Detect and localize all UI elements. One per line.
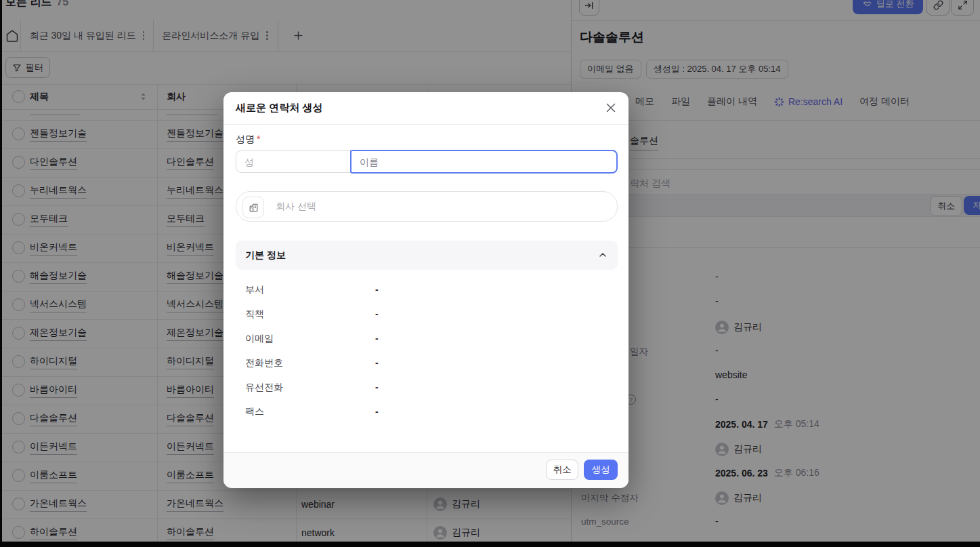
modal-field-row: 유선전화 - [223, 380, 629, 395]
company-select[interactable]: 회사 선택 [236, 191, 618, 222]
field-value: - [375, 308, 379, 319]
field-label: 유선전화 [245, 382, 283, 394]
modal-title: 새로운 연락처 생성 [236, 102, 322, 115]
field-label: 전화번호 [245, 357, 283, 369]
cancel-button[interactable]: 취소 [546, 460, 578, 480]
modal-header: 새로운 연락처 생성 [223, 92, 629, 125]
create-button[interactable]: 생성 [584, 460, 618, 480]
first-name-input[interactable] [350, 150, 618, 174]
field-value: - [375, 284, 379, 295]
modal-field-row: 부서 - [223, 283, 629, 298]
field-label: 이메일 [245, 333, 274, 345]
company-select-placeholder: 회사 선택 [276, 201, 316, 213]
company-building-icon[interactable] [242, 197, 264, 218]
field-value: - [375, 357, 379, 368]
app-window: 모든 리드75 최근 30일 내 유입된 리드 온라인서비스소개 유입 필터 제… [0, 0, 980, 547]
required-mark: * [257, 134, 260, 144]
modal-field-row: 이메일 - [223, 331, 629, 346]
name-field-label: 성명* [236, 134, 260, 146]
screen-edge-bottom [0, 542, 980, 547]
field-value: - [375, 333, 379, 344]
field-label: 직책 [245, 308, 264, 321]
basic-info-section-header[interactable]: 기본 정보 [236, 241, 618, 270]
last-name-input[interactable] [236, 150, 351, 173]
create-contact-modal: 새로운 연락처 생성 성명* 회사 선택 기본 정보 부서 - [223, 92, 629, 487]
screen-edge-left [0, 0, 2, 547]
field-label: 팩스 [245, 406, 264, 418]
field-value: - [375, 406, 379, 417]
modal-field-row: 전화번호 - [223, 356, 629, 371]
close-icon[interactable] [604, 101, 618, 115]
chevron-up-icon[interactable] [597, 249, 608, 260]
name-label-text: 성명 [236, 134, 255, 144]
modal-field-row: 직책 - [223, 307, 629, 322]
field-value: - [375, 382, 379, 392]
basic-info-title: 기본 정보 [245, 249, 286, 262]
modal-footer: 취소 생성 [223, 452, 629, 488]
field-label: 부서 [245, 284, 264, 296]
modal-field-row: 팩스 - [223, 405, 629, 420]
